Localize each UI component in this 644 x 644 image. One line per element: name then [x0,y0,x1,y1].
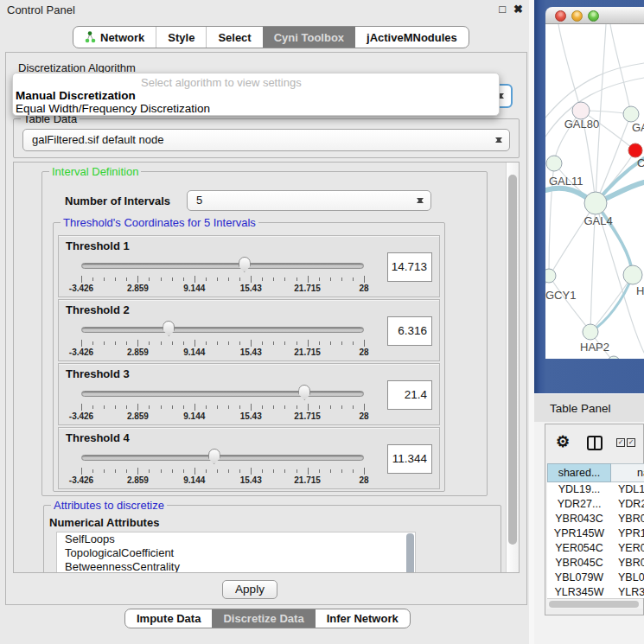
panel-scrollbar[interactable] [506,163,519,572]
tick-mark [149,341,150,345]
tick-mark [104,405,105,409]
zoom-traffic-light[interactable] [588,10,599,22]
slider[interactable]: -3.4262.8599.14415.4321.71528 [59,236,439,296]
list-item[interactable]: BetweennessCentrality [57,560,415,573]
slider-thumb[interactable] [208,449,220,464]
table-row[interactable]: YBR045CYBR0 [547,556,644,571]
close-icon[interactable]: ✖ [513,3,523,16]
tick-label: 9.144 [183,475,205,485]
tab-jactivemnodules[interactable]: jActiveMNodules [355,27,469,48]
network-node-C[interactable] [628,143,642,157]
cell-shared-name: YDL19... [547,482,611,497]
table-row[interactable]: YBL079WYBL0 [547,571,644,585]
table-row[interactable]: YBR043CYBR0 [547,512,644,526]
tick-mark [206,405,207,409]
tab-infer-network[interactable]: Infer Network [316,609,410,628]
table-header-row: shared... na [547,463,644,482]
table-row[interactable]: YDL19...YDL1 [547,482,644,497]
network-canvas[interactable]: GAL80GACGAL11GAL4HGCY1HAP2 [545,24,644,359]
tick-mark [126,277,127,281]
tick-mark [284,341,285,345]
dropdown-option-equal-width-frequency[interactable]: Equal Width/Frequency Discretization [16,102,210,115]
tick-mark [273,469,274,473]
table-horizontal-scrollbar-thumb[interactable] [549,601,639,608]
slider[interactable]: -3.4262.8599.14415.4321.71528 [59,364,439,424]
list-item[interactable]: TopologicalCoefficient [57,546,415,560]
interval-definition-group: Interval Definition Number of Intervals … [41,171,488,496]
tab-style[interactable]: Style [156,27,206,48]
apply-button[interactable]: Apply [222,580,277,599]
column-header-name[interactable]: na [611,463,644,482]
numerical-attributes-list[interactable]: SelfLoops TopologicalCoefficient Between… [56,532,416,573]
column-header-shared-name[interactable]: shared... [547,463,611,482]
slider-track[interactable] [81,455,364,461]
cell-name: YBR0 [611,512,644,526]
float-window-icon[interactable]: □ [499,3,506,16]
tick-mark [341,277,342,281]
cell-name: YBR0 [611,556,644,571]
thresholds-group-label: Threshold's Coordinates for 5 Intervals [61,216,258,229]
threshold-panel: Threshold 2-3.4262.8599.14415.4321.71528… [58,299,440,361]
threshold-value-field[interactable]: 14.713 [387,252,432,282]
table-data-combobox[interactable]: galFiltered.sif default node [22,129,510,151]
tab-style-label: Style [168,31,194,44]
table-row[interactable]: YER054CYER0 [547,541,644,556]
tab-impute-data[interactable]: Impute Data [125,609,212,628]
table-body: YDL19...YDL1YDR27...YDR2YBR043CYBR0YPR14… [547,482,644,598]
slider-track[interactable] [81,263,364,269]
slider[interactable]: -3.4262.8599.14415.4321.71528 [59,428,439,488]
columns-icon[interactable] [587,436,603,450]
dropdown-option-manual-discretization[interactable]: Manual Discretization [16,89,136,102]
cell-name: YPR1 [611,526,644,541]
screen: { "colors": { "green_title": "#2fd32f", … [0,0,644,644]
number-of-intervals-combobox[interactable]: 5 [187,190,431,211]
tick-mark [194,340,195,347]
network-window-titlebar[interactable] [545,7,644,24]
list-scrollbar[interactable] [406,533,414,573]
checkbox-icon: ✓ [627,438,635,447]
threshold-value-field[interactable]: 21.4 [387,380,432,410]
threshold-value-field[interactable]: 11.344 [387,444,432,474]
network-node-GAL4[interactable] [584,192,607,214]
tick-mark [126,341,127,345]
network-node-GA[interactable] [623,106,639,122]
table-row[interactable]: YPR145WYPR1 [547,526,644,541]
network-node-GAL11[interactable] [546,156,562,171]
network-node-H[interactable] [623,265,642,284]
close-traffic-light[interactable] [555,10,566,22]
slider-track[interactable] [81,391,364,397]
slider[interactable]: -3.4262.8599.14415.4321.71528 [59,300,439,360]
tab-network[interactable]: Network [73,27,156,48]
network-edge[interactable] [596,24,606,203]
slider-track[interactable] [81,327,364,333]
table-row[interactable]: YLR345WYLR3 [547,585,644,598]
tick-mark [217,277,218,281]
network-edge[interactable] [558,24,581,111]
network-node-HAP2[interactable] [583,324,598,340]
tick-mark [149,469,150,473]
tab-cyni-toolbox[interactable]: Cyni Toolbox [263,27,355,48]
interval-definition-label: Interval Definition [49,165,141,178]
slider-thumb[interactable] [163,321,175,336]
tab-discretize-data[interactable]: Discretize Data [212,609,315,628]
tab-select[interactable]: Select [206,27,262,48]
tick-label: 21.715 [294,475,321,485]
threshold-value-field[interactable]: 6.316 [387,316,432,346]
panel-scrollbar-thumb[interactable] [508,175,517,545]
slider-thumb[interactable] [298,385,310,400]
network-edge[interactable] [610,24,631,114]
tab-network-label: Network [100,31,144,44]
list-item[interactable]: SelfLoops [57,532,415,546]
network-node-GCY1[interactable] [545,269,556,283]
settings-scroll-panel: Interval Definition Number of Intervals … [13,162,520,573]
minimize-traffic-light[interactable] [571,10,583,22]
tick-mark [217,405,218,409]
control-panel-tabs: Network Style Select Cyni Toolbox jActiv… [73,26,469,48]
gear-icon[interactable]: ⚙ [556,432,570,451]
slider-thumb[interactable] [239,257,251,272]
table-horizontal-scrollbar[interactable] [547,598,643,609]
table-row[interactable]: YDR27...YDR2 [547,497,644,512]
network-edge[interactable] [549,276,590,332]
network-node-GAL80[interactable] [572,102,590,119]
select-columns-icons[interactable]: ✓ ✓ [616,438,635,447]
